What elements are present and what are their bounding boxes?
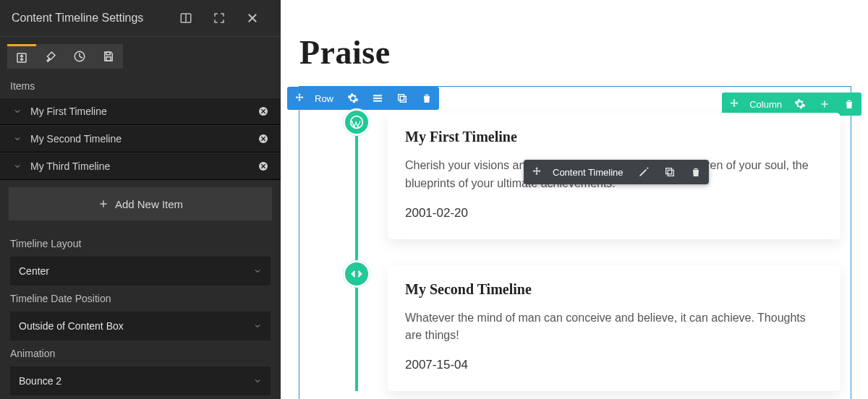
panel-layout-icon[interactable]	[169, 7, 203, 29]
timeline-layout-select[interactable]: Center	[10, 257, 271, 286]
add-button-label: Add New Item	[115, 198, 183, 210]
svg-rect-9	[106, 52, 110, 55]
field-label: Timeline Layout	[10, 238, 271, 249]
move-icon[interactable]	[287, 87, 312, 110]
tab-style-icon[interactable]	[36, 44, 65, 69]
items-section-label: Items	[0, 73, 281, 98]
chevron-down-icon	[9, 107, 26, 116]
field-animation: Animation Bounce 2	[0, 340, 281, 395]
close-icon[interactable]	[236, 7, 269, 29]
timeline-line	[355, 121, 358, 391]
card-title: My Second Timeline	[405, 281, 823, 298]
svg-rect-27	[665, 168, 671, 174]
trash-icon[interactable]	[683, 160, 709, 184]
timeline-item-row[interactable]: My Second Timeline	[0, 125, 281, 153]
item-label: My Third Timeline	[26, 160, 255, 172]
delete-item-icon[interactable]	[255, 160, 272, 172]
sidebar-title: Content Timeline Settings	[12, 12, 169, 25]
row-frame[interactable]: Row Column My Fir	[299, 87, 851, 399]
animation-select[interactable]: Bounce 2	[10, 366, 271, 395]
field-label: Timeline Date Position	[10, 293, 271, 304]
tab-advanced-icon[interactable]	[65, 44, 94, 69]
content-timeline[interactable]: My First Timeline Cherish your visions a…	[310, 93, 841, 391]
svg-line-8	[80, 56, 82, 58]
select-value: Bounce 2	[19, 375, 61, 387]
duplicate-icon[interactable]	[657, 160, 683, 184]
sidebar-header: Content Timeline Settings	[0, 0, 281, 37]
trash-icon[interactable]	[837, 93, 861, 116]
timeline-item-row[interactable]: My Third Timeline	[0, 153, 281, 180]
fullscreen-icon[interactable]	[203, 7, 236, 29]
timeline-node-wordpress-icon	[343, 108, 370, 136]
add-new-item-button[interactable]: Add New Item	[9, 187, 272, 220]
element-toolbar-label: Content Timeline	[550, 167, 631, 178]
delete-item-icon[interactable]	[255, 133, 272, 145]
column-frame: My First Timeline Cherish your visions a…	[310, 93, 841, 399]
svg-rect-10	[106, 57, 111, 61]
timeline-node-code-icon	[343, 260, 370, 288]
tab-save-icon[interactable]	[94, 44, 123, 69]
chevron-down-icon	[9, 162, 26, 171]
timeline-item-row[interactable]: My First Timeline	[0, 98, 281, 125]
tab-content-icon[interactable]	[7, 44, 36, 69]
delete-item-icon[interactable]	[255, 106, 272, 117]
card-body: Whatever the mind of man can conceive an…	[405, 309, 823, 346]
field-date-position: Timeline Date Position Outside of Conten…	[0, 286, 281, 340]
field-label: Animation	[10, 348, 271, 359]
move-icon[interactable]	[524, 160, 550, 184]
edit-icon[interactable]	[631, 160, 657, 184]
timeline-card: My Second Timeline Whatever the mind of …	[388, 265, 841, 392]
element-toolbar: Content Timeline	[524, 160, 709, 184]
preview-canvas: Praise Row Column	[281, 0, 868, 399]
sidebar-tabs	[0, 37, 281, 73]
svg-rect-26	[668, 170, 673, 176]
item-label: My First Timeline	[26, 106, 255, 117]
chevron-down-icon	[9, 134, 26, 143]
page-heading: Praise	[281, 0, 868, 72]
settings-sidebar: Content Timeline Settings Items My First…	[0, 0, 281, 399]
select-value: Outside of Content Box	[19, 320, 124, 332]
field-timeline-layout: Timeline Layout Center	[0, 231, 281, 286]
item-label: My Second Timeline	[26, 133, 255, 145]
card-date: 2001-02-20	[405, 206, 823, 220]
select-value: Center	[19, 265, 49, 277]
date-position-select[interactable]: Outside of Content Box	[10, 312, 271, 340]
card-date: 2007-15-04	[405, 358, 823, 372]
card-title: My First Timeline	[405, 129, 823, 145]
